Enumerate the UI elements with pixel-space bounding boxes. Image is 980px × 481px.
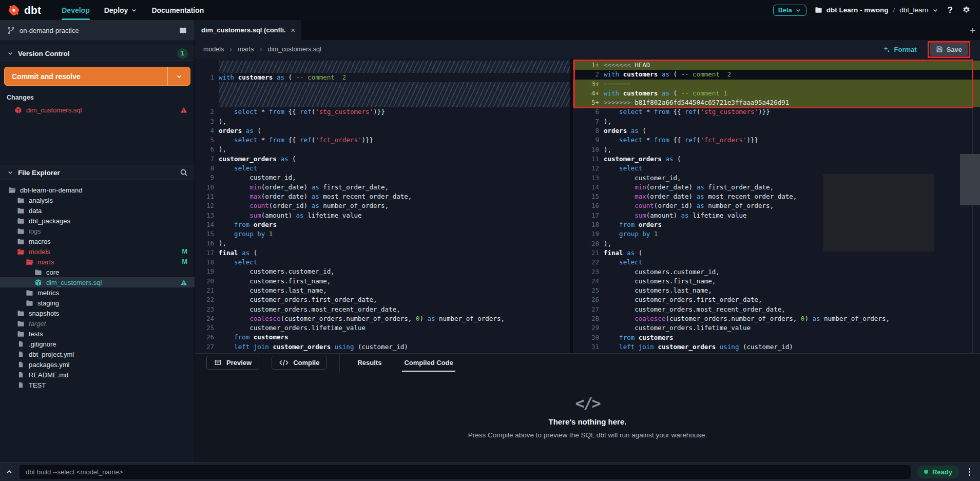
tree-item-label: logs	[29, 227, 41, 235]
nav-deploy[interactable]: Deploy	[97, 0, 145, 20]
tree-item-readme-md[interactable]: README.md	[0, 370, 195, 380]
line-number: 9	[573, 136, 604, 145]
settings-gear-icon[interactable]	[962, 6, 971, 14]
tree-item-label: dim_customers.sql	[46, 279, 102, 286]
tab-title: dim_customers.sql (confli...	[201, 26, 285, 34]
code-line: 23 customers.customer_id,	[573, 267, 980, 277]
code-line: 27 customer_orders.most_recent_order_dat…	[573, 305, 980, 314]
line-number: 15	[573, 192, 604, 201]
tree-item-snapshots[interactable]: snapshots	[0, 308, 195, 318]
editor-scrollbar-thumb[interactable]	[960, 154, 980, 205]
tree-item-core[interactable]: core	[0, 267, 195, 277]
tree-item-metrics[interactable]: metrics	[0, 287, 195, 298]
new-tab-button[interactable]	[967, 25, 978, 36]
tab-close-icon[interactable]: ×	[291, 26, 295, 34]
preview-button[interactable]: Preview	[206, 356, 259, 370]
tree-item-target[interactable]: target	[0, 318, 195, 329]
beta-selector[interactable]: Beta	[773, 5, 806, 16]
expand-panel-chevron[interactable]	[5, 468, 13, 475]
tree-item-macros[interactable]: macros	[0, 236, 195, 246]
tree-item-data[interactable]: data	[0, 205, 195, 216]
tree-item-marts[interactable]: martsM	[0, 257, 195, 267]
line-number: 13	[573, 174, 604, 183]
tree-item-label: models	[29, 248, 50, 256]
chevron-down-icon	[176, 73, 183, 80]
panel-divider	[339, 354, 340, 372]
line-number: 23	[573, 267, 604, 277]
save-button[interactable]: Save	[930, 43, 968, 56]
change-item[interactable]: dim_customers.sql	[0, 104, 195, 116]
project-selector[interactable]: dbt Learn - mwong / dbt_learn	[815, 6, 938, 14]
code-line: 13 sum(amount) as lifetime_value	[195, 211, 570, 220]
code-line: 12 select	[573, 164, 980, 173]
conflict-hatch-band	[195, 82, 570, 107]
chevron-down-icon	[932, 7, 938, 13]
code-line: 4+with customers as ( -- comment 1	[573, 89, 980, 98]
code-line: 22 customer_orders.first_order_date,	[195, 295, 570, 304]
chevron-down-icon	[7, 169, 13, 176]
line-number: 14	[195, 220, 219, 229]
line-number: 21	[573, 248, 604, 258]
line-number: 1	[195, 73, 219, 82]
version-control-body: Commit and resolve Changes dim_customers…	[0, 61, 195, 165]
code-line: 22 select	[573, 258, 980, 267]
commit-options-caret[interactable]	[167, 67, 190, 85]
tree-item-logs[interactable]: logs	[0, 226, 195, 236]
code-line: 17final as (	[195, 248, 570, 258]
version-control-header[interactable]: Version Control 1	[0, 46, 195, 61]
tree-item-packages-yml[interactable]: packages.yml	[0, 359, 195, 370]
nav-develop[interactable]: Develop	[54, 0, 97, 20]
floppy-save-icon	[936, 46, 943, 53]
tree-item--gitignore[interactable]: .gitignore	[0, 339, 195, 349]
compile-code-icon	[279, 359, 289, 366]
command-input[interactable]	[20, 465, 911, 479]
file-search-icon[interactable]	[180, 168, 188, 177]
line-number: 18	[195, 258, 219, 267]
nav-documentation[interactable]: Documentation	[144, 0, 211, 20]
changes-label: Changes	[7, 94, 195, 101]
code-line: 3),	[195, 117, 570, 126]
line-number: 3+	[573, 80, 604, 89]
format-button[interactable]: Format	[883, 46, 917, 53]
tree-item-analysis[interactable]: analysis	[0, 195, 195, 205]
docs-book-icon[interactable]	[179, 27, 187, 34]
kebab-menu-icon[interactable]	[966, 468, 973, 476]
git-branch-row[interactable]: on-demand-practice	[0, 20, 195, 41]
line-number: 16	[573, 201, 604, 210]
toolbar-actions: Format Save	[883, 42, 972, 57]
modified-badge: M	[182, 258, 187, 265]
tab-compiled-code[interactable]: Compiled Code	[399, 354, 458, 372]
code-line: 23 customer_orders.most_recent_order_dat…	[195, 305, 570, 314]
tree-item-dbt-learn-on-demand[interactable]: dbt-learn-on-demand	[0, 185, 195, 195]
code-line: 6),	[195, 145, 570, 154]
file-explorer-header[interactable]: File Explorer	[0, 165, 195, 180]
bottom-panel-tabs: Preview Compile Results Compiled Code	[195, 353, 980, 371]
tree-item-staging[interactable]: staging	[0, 298, 195, 308]
dbt-logo[interactable]: dbt	[7, 4, 41, 17]
code-line: 5+>>>>>>> b81f802a66fd544504c65721e3ffaa…	[573, 98, 980, 107]
line-number: 5+	[573, 98, 604, 107]
line-number: 21	[195, 286, 219, 295]
compile-button[interactable]: Compile	[272, 356, 327, 370]
editor-column: dim_customers.sql (confli... × modelsmar…	[195, 20, 980, 462]
tree-item-tests[interactable]: tests	[0, 329, 195, 339]
commit-and-resolve-button[interactable]: Commit and resolve	[4, 67, 190, 86]
line-number: 28	[573, 314, 604, 323]
line-number: 18	[573, 220, 604, 229]
tree-item-dbt-packages[interactable]: dbt_packages	[0, 216, 195, 226]
git-branch-icon	[7, 27, 15, 34]
folder-open-icon	[8, 186, 16, 194]
tree-item-dbt-project-yml[interactable]: dbt_project.yml	[0, 349, 195, 359]
tree-item-models[interactable]: modelsM	[0, 246, 195, 257]
editor-pane-left[interactable]: 1with customers as ( -- comment 22 selec…	[195, 59, 570, 353]
code-line: 21 customers.last_name,	[195, 286, 570, 295]
tab-dim-customers[interactable]: dim_customers.sql (confli... ×	[195, 20, 301, 40]
help-button[interactable]: ?	[947, 5, 954, 15]
line-number: 26	[573, 295, 604, 304]
tree-item-dim-customers-sql[interactable]: dim_customers.sql	[0, 277, 195, 287]
folder-icon	[17, 197, 25, 204]
tree-item-label: dbt_packages	[29, 217, 70, 225]
tree-item-test[interactable]: TEST	[0, 380, 195, 390]
tab-results[interactable]: Results	[352, 354, 387, 372]
folder-icon	[26, 299, 33, 307]
